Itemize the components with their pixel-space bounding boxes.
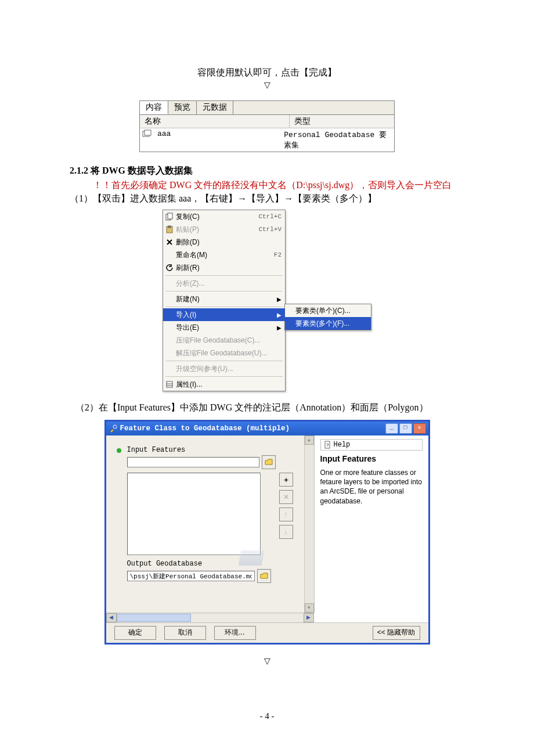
submenu-arrow-icon: ▶ — [277, 296, 282, 303]
ok-button[interactable]: 确定 — [114, 626, 156, 640]
row-type: Personal Geodatabase 要素集 — [282, 128, 394, 152]
tool-icon — [109, 424, 118, 433]
menu-item-label: 压缩File Geodatabase(C)... — [176, 336, 282, 345]
help-body-text: One or more feature classes or fetaure l… — [320, 468, 423, 506]
menu-item[interactable]: 新建(N)▶ — [163, 293, 285, 305]
menu-item[interactable]: 导出(E)▶ — [163, 321, 285, 334]
help-toggle[interactable]: ? Help — [320, 439, 423, 451]
menu-item[interactable]: 重命名(M)F2 — [163, 249, 285, 261]
tab-metadata[interactable]: 元数据 — [197, 101, 233, 114]
menu-item-label: 解压缩File Geodatabase(U)... — [176, 348, 282, 358]
menu-separator — [165, 361, 283, 361]
menu-item[interactable]: 导入(I)▶ — [163, 308, 285, 321]
cancel-button[interactable]: 取消 — [164, 626, 206, 640]
menu-item-label: 升级空间参考(U)... — [176, 364, 282, 374]
menu-item: 粘贴(P)Ctrl+V — [163, 223, 285, 236]
warning-note: ！！首先必须确定 DWG 文件的路径没有中文名（D:\pssj\sj.dwg），… — [93, 179, 464, 192]
tool-watermark-icon — [238, 550, 264, 566]
page-number: - 4 - — [0, 711, 534, 721]
help-icon: ? — [324, 441, 331, 449]
menu-item: 解压缩File Geodatabase(U)... — [163, 347, 285, 359]
menu-separator — [165, 307, 283, 307]
maximize-button[interactable]: □ — [399, 423, 412, 434]
refresh-icon — [165, 264, 176, 272]
menu-item[interactable]: 刷新(R) — [163, 261, 285, 274]
dialog-title: Feature Class to Geodatabase (multiple) — [120, 424, 385, 433]
menu-item[interactable]: 属性(I)... — [163, 378, 285, 391]
menu-item-label: 刷新(R) — [176, 263, 282, 273]
input-features-list[interactable] — [127, 473, 261, 555]
menu-item-label: 粘贴(P) — [176, 225, 258, 235]
move-down-button[interactable]: ↓ — [279, 525, 293, 539]
add-item-button[interactable]: ＋ — [279, 473, 293, 487]
scroll-thumb[interactable] — [117, 614, 192, 622]
context-menu: 复制(C)Ctrl+C粘贴(P)Ctrl+V删除(D)重命名(M)F2刷新(R)… — [163, 210, 286, 391]
menu-item-label: 新建(N) — [176, 294, 282, 304]
menu-item[interactable]: 删除(D) — [163, 236, 285, 249]
scroll-down-button[interactable]: ▾ — [305, 603, 314, 613]
menu-item[interactable]: 复制(C)Ctrl+C — [163, 210, 285, 223]
section-heading-2-1-2: 2.1.2 将 DWG 数据导入数据集 — [70, 165, 464, 177]
menu-separator — [165, 291, 283, 291]
dialog-button-bar: 确定 取消 环境... << 隐藏帮助 — [106, 622, 428, 643]
col-header-name: 名称 — [140, 115, 289, 128]
svg-rect-3 — [168, 213, 172, 219]
down-arrow-icon: ▽ — [70, 656, 464, 666]
scroll-right-button[interactable]: ▶ — [304, 613, 314, 622]
menu-item-label: 分析(Z)... — [176, 279, 282, 289]
menu-item: 分析(Z)... — [163, 277, 285, 290]
help-heading: Input Features — [320, 454, 423, 463]
svg-text:?: ? — [326, 442, 329, 448]
help-label: Help — [334, 441, 351, 449]
status-dot-icon — [117, 448, 121, 453]
move-up-button[interactable]: ↑ — [279, 507, 293, 521]
table-header: 名称 类型 — [139, 115, 395, 128]
menu-item-label: 属性(I)... — [176, 380, 282, 390]
minimize-button[interactable]: _ — [385, 423, 398, 434]
instruction-line: 容限使用默认即可，点击【完成】 — [70, 67, 464, 79]
menu-shortcut: Ctrl+V — [258, 226, 282, 233]
delete-icon — [165, 238, 176, 246]
scroll-up-button[interactable]: ▴ — [305, 435, 314, 445]
tab-contents[interactable]: 内容 — [140, 101, 168, 114]
menu-item: 升级空间参考(U)... — [163, 362, 285, 375]
col-header-type: 类型 — [289, 115, 394, 128]
close-button[interactable]: ✕ — [413, 423, 426, 434]
horizontal-scrollbar[interactable]: ◀ ▶ — [106, 613, 314, 622]
scroll-left-button[interactable]: ◀ — [106, 613, 117, 622]
step-1-text: （1）【双击】进入数据集 aaa，【右键】→【导入】→【要素类（多个）】 — [70, 193, 464, 205]
menu-separator — [165, 376, 283, 377]
hide-help-button[interactable]: << 隐藏帮助 — [373, 626, 420, 640]
output-geodatabase-field[interactable] — [127, 571, 255, 581]
input-features-field[interactable] — [127, 457, 259, 467]
submenu-arrow-icon: ▶ — [277, 325, 282, 331]
context-menu-figure: 复制(C)Ctrl+C粘贴(P)Ctrl+V删除(D)重命名(M)F2刷新(R)… — [163, 210, 371, 391]
tab-preview[interactable]: 预览 — [168, 101, 197, 114]
menu-item-label: 复制(C) — [176, 212, 258, 222]
submenu-item[interactable]: 要素类(单个)(C)... — [285, 304, 371, 317]
menu-item-label: 导出(E) — [176, 323, 282, 333]
browse-input-button[interactable] — [262, 455, 276, 469]
dialog-left-panel: ▴ ▾ Input Features ＋ ✕ ↑ — [106, 435, 315, 613]
menu-item: 压缩File Geodatabase(C)... — [163, 334, 285, 347]
svg-rect-5 — [168, 226, 171, 228]
submenu-item[interactable]: 要素类(多个)(F)... — [285, 317, 371, 330]
environments-button[interactable]: 环境... — [214, 626, 256, 640]
feature-dataset-icon — [140, 128, 155, 152]
table-row[interactable]: aaa Personal Geodatabase 要素集 — [139, 128, 395, 152]
svg-rect-6 — [167, 381, 172, 387]
svg-rect-1 — [145, 130, 151, 135]
menu-item-label: 删除(D) — [176, 237, 282, 247]
dialog-help-panel: ? Help Input Features One or more featur… — [315, 435, 428, 613]
menu-shortcut: Ctrl+C — [258, 213, 282, 220]
input-features-label: Input Features — [127, 446, 304, 454]
down-arrow-icon: ▽ — [70, 80, 464, 90]
menu-separator — [165, 275, 283, 276]
browse-output-button[interactable] — [257, 569, 271, 583]
svg-point-9 — [113, 425, 117, 429]
tab-row: 内容 预览 元数据 — [139, 100, 395, 115]
remove-item-button[interactable]: ✕ — [279, 490, 293, 504]
catalog-tabs-figure: 内容 预览 元数据 名称 类型 aaa Personal Geodatabase… — [139, 100, 395, 152]
menu-shortcut: F2 — [274, 251, 282, 258]
props-icon — [165, 380, 176, 388]
